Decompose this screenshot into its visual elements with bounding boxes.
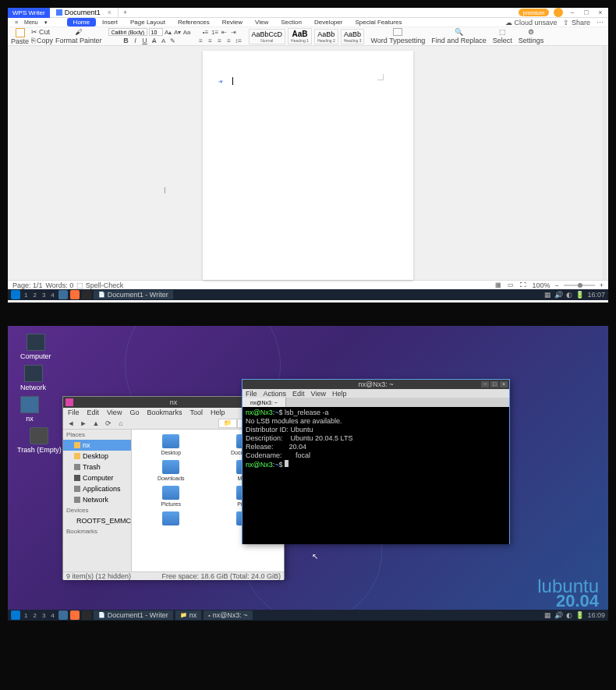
- align-left-icon[interactable]: ≡: [197, 37, 205, 44]
- user-avatar[interactable]: [554, 8, 563, 17]
- size-select[interactable]: [149, 28, 163, 36]
- premium-badge[interactable]: premium: [519, 9, 549, 16]
- tab-section[interactable]: Section: [274, 18, 308, 27]
- battery-icon[interactable]: 🔋: [575, 291, 584, 299]
- document-tab[interactable]: Document1 ×: [50, 8, 119, 17]
- menu-bookmarks[interactable]: Bookmarks: [147, 409, 182, 416]
- minimize-button[interactable]: −: [568, 9, 577, 16]
- highlight-icon[interactable]: ✎: [169, 37, 177, 44]
- term-tab[interactable]: nx@Nx3: ~: [243, 398, 286, 407]
- menu-help[interactable]: Help: [332, 390, 347, 398]
- clock[interactable]: 16:07: [587, 291, 605, 299]
- folder-item[interactable]: [136, 511, 206, 525]
- firefox-icon[interactable]: [70, 610, 80, 620]
- indent-icon[interactable]: ⇥: [230, 28, 238, 36]
- menu-file[interactable]: File: [68, 409, 80, 416]
- menu-edit[interactable]: Edit: [292, 390, 305, 398]
- folder-item[interactable]: Desktop: [136, 434, 206, 455]
- file-manager-icon[interactable]: [58, 290, 68, 299]
- reload-icon[interactable]: ⟳: [104, 419, 113, 428]
- tab-view[interactable]: View: [249, 18, 274, 27]
- paste-button[interactable]: Paste: [11, 28, 29, 45]
- menu-view[interactable]: View: [311, 390, 326, 398]
- back-icon[interactable]: ◄: [66, 419, 76, 428]
- tab-special[interactable]: Special Features: [349, 18, 408, 27]
- taskbar-app[interactable]: 📄 Document1 - Writer: [94, 610, 173, 620]
- view-mode-icon[interactable]: ▦: [494, 281, 502, 289]
- file-manager-icon[interactable]: [58, 610, 68, 620]
- battery-icon[interactable]: 🔋: [575, 611, 584, 619]
- sidebar-item[interactable]: Computer: [63, 472, 131, 483]
- terminal-window[interactable]: nx@Nx3: ~ − □ × File Actions Edit View H…: [242, 379, 510, 544]
- volume-icon[interactable]: 🔊: [554, 291, 563, 299]
- sidebar-item[interactable]: ROOTFS_EMMC_RST: [63, 515, 131, 526]
- format-painter-button[interactable]: 🖌 Format Painter: [55, 28, 102, 44]
- desktop-icon-network[interactable]: Network: [20, 365, 46, 391]
- cut-button[interactable]: ✂ Cut: [31, 28, 53, 36]
- increase-font-icon[interactable]: A▴: [165, 28, 172, 36]
- tab-insert[interactable]: Insert: [96, 18, 124, 27]
- spellcheck-status[interactable]: ⬚ Spell-Check: [76, 281, 123, 289]
- tray-icon[interactable]: ▦: [544, 291, 551, 299]
- workspace-2[interactable]: 2: [31, 292, 37, 299]
- outdent-icon[interactable]: ⇤: [221, 28, 228, 36]
- network-icon[interactable]: ◐: [566, 611, 572, 619]
- style-h3[interactable]: AaBbHeading 3: [341, 29, 365, 44]
- sidebar-item[interactable]: Trash: [63, 462, 131, 472]
- menu-edit[interactable]: Edit: [87, 409, 100, 416]
- workspace-4[interactable]: 4: [49, 292, 55, 299]
- numbering-icon[interactable]: 1≡: [211, 28, 219, 36]
- new-tab-button[interactable]: +: [119, 9, 132, 16]
- sidebar-item[interactable]: Applications: [63, 483, 131, 494]
- tab-developer[interactable]: Developer: [308, 18, 349, 27]
- settings-button[interactable]: ⚙Settings: [519, 28, 544, 44]
- maximize-button[interactable]: □: [490, 381, 498, 387]
- share-button[interactable]: ⇪ Share: [563, 19, 590, 27]
- line-spacing-icon[interactable]: ↕≡: [235, 37, 243, 44]
- menu-button[interactable]: Menu: [22, 19, 41, 25]
- network-icon[interactable]: ◐: [566, 291, 572, 299]
- desktop-icon-home[interactable]: nx: [20, 396, 39, 423]
- scrollbar[interactable]: [602, 46, 607, 280]
- firefox-icon[interactable]: [70, 290, 80, 299]
- minimize-button[interactable]: −: [481, 381, 489, 387]
- font-select[interactable]: [108, 28, 147, 36]
- home-icon[interactable]: ⌂: [116, 419, 126, 428]
- term-body[interactable]: nx@Nx3:~$ lsb_release -a No LSB modules …: [243, 407, 509, 544]
- taskbar-app[interactable]: 📄 Document1 - Writer: [94, 290, 173, 299]
- decrease-font-icon[interactable]: A▾: [174, 28, 182, 36]
- maximize-button[interactable]: □: [582, 9, 591, 16]
- word-typesetting-button[interactable]: Word Typesetting: [370, 28, 425, 44]
- sidebar-item[interactable]: Network: [63, 494, 131, 505]
- section-marker[interactable]: ▫▾: [218, 79, 223, 85]
- word-count[interactable]: Words: 0: [45, 281, 73, 289]
- clock[interactable]: 16:09: [587, 611, 605, 619]
- more-icon[interactable]: ⋯: [597, 19, 604, 27]
- style-h2[interactable]: AaBbHeading 2: [314, 29, 338, 44]
- tab-home[interactable]: Home: [67, 18, 96, 27]
- view-mode-icon[interactable]: ▭: [507, 281, 515, 289]
- terminal-icon[interactable]: [82, 610, 91, 620]
- hamburger-icon[interactable]: ≡: [12, 19, 20, 25]
- workspace-1[interactable]: 1: [23, 612, 29, 619]
- page[interactable]: ▫▾: [203, 51, 413, 280]
- menu-file[interactable]: File: [246, 390, 257, 398]
- sidebar-item[interactable]: nx: [63, 440, 131, 451]
- copy-button[interactable]: ⎘ Copy: [31, 37, 53, 44]
- forward-icon[interactable]: ►: [79, 419, 88, 428]
- up-icon[interactable]: ▲: [91, 419, 101, 428]
- change-case-icon[interactable]: Aa: [183, 28, 191, 36]
- menu-tool[interactable]: Tool: [189, 409, 203, 416]
- bullets-icon[interactable]: •≡: [202, 28, 210, 36]
- italic-icon[interactable]: I: [132, 37, 140, 44]
- justify-icon[interactable]: ≡: [225, 37, 233, 44]
- close-button[interactable]: ×: [500, 381, 508, 387]
- workspace-4[interactable]: 4: [49, 612, 55, 619]
- style-h1[interactable]: AaBHeading 1: [288, 28, 312, 44]
- close-button[interactable]: ×: [596, 9, 605, 16]
- desktop-icon-trash[interactable]: Trash (Empty): [17, 427, 62, 454]
- tray-icon[interactable]: ▦: [544, 611, 551, 619]
- close-tab-icon[interactable]: ×: [108, 9, 112, 16]
- cloud-status[interactable]: ☁ Cloud unsave: [505, 19, 558, 27]
- folder-item[interactable]: Downloads: [136, 460, 206, 481]
